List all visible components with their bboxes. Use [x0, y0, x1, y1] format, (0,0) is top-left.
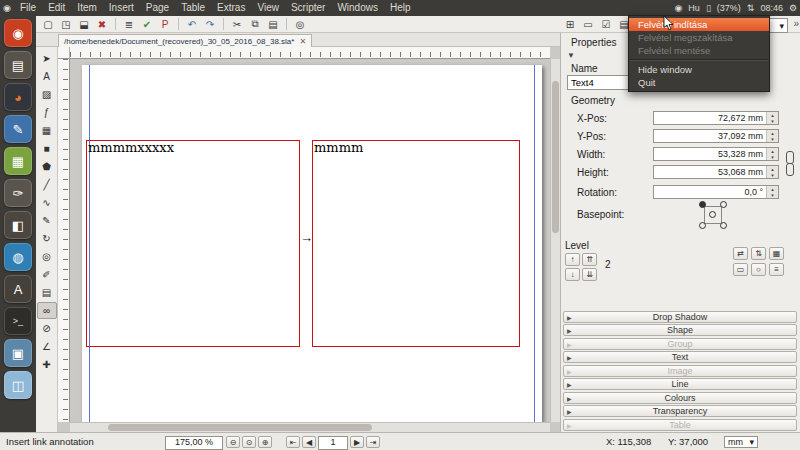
menu-windows[interactable]: Windows — [331, 0, 384, 16]
basepoint-top-right[interactable] — [720, 201, 727, 208]
flip-horizontal-button[interactable]: ⇄ — [733, 247, 748, 260]
text-frame-2[interactable]: mmmm — [312, 140, 520, 347]
spin-down-icon[interactable]: ▾ — [767, 154, 778, 160]
text-frame-1[interactable]: mmmmxxxxx — [86, 140, 300, 347]
menu-page[interactable]: Page — [140, 0, 175, 16]
clock-indicator[interactable]: 08:46 — [760, 3, 783, 13]
basepoint-top-left[interactable] — [699, 201, 706, 208]
redo-icon[interactable]: ↷ — [202, 17, 218, 31]
menu-view[interactable]: View — [251, 0, 285, 16]
section-text[interactable]: ▶ Text — [563, 351, 797, 363]
eye-dropper-tool[interactable]: ✚ — [37, 356, 57, 373]
page-number-input[interactable]: 1 — [318, 436, 348, 450]
launcher-gimp[interactable]: ✑ — [4, 179, 32, 207]
print-icon[interactable]: ≣ — [121, 17, 137, 31]
level-to-top-button[interactable]: ⇈ — [582, 253, 597, 266]
menu-scripter[interactable]: Scripter — [285, 0, 331, 16]
menu-item-quit[interactable]: Quit — [629, 76, 769, 89]
pdf-text-field-icon[interactable]: ▭ — [580, 17, 596, 31]
link-text-frames-tool[interactable]: ∞ — [37, 302, 57, 319]
undo-icon[interactable]: ↶ — [184, 17, 200, 31]
menu-insert[interactable]: Insert — [103, 0, 140, 16]
launcher-dark-app[interactable]: ◧ — [4, 211, 32, 239]
recorder-indicator-icon[interactable]: ◉ — [675, 3, 683, 13]
zoom-in-button[interactable]: ⊕ — [258, 436, 272, 448]
spin-down-icon[interactable]: ▾ — [767, 136, 778, 142]
zoom-icon[interactable]: ◎ — [292, 17, 308, 31]
launcher-ubuntu-dash[interactable]: ◉ — [4, 19, 32, 47]
spin-down-icon[interactable]: ▾ — [767, 172, 778, 178]
width-value[interactable]: 53,328 mm — [654, 148, 766, 160]
spin-down-icon[interactable]: ▾ — [767, 192, 778, 198]
launcher-pen-app[interactable]: ✎ — [4, 115, 32, 143]
insert-shape-tool[interactable]: ■ — [37, 140, 57, 157]
insert-freehand-tool[interactable]: ✎ — [37, 212, 57, 229]
insert-render-frame-tool[interactable]: ƒ — [37, 104, 57, 121]
launcher-screenshot-app[interactable]: ▣ — [4, 339, 32, 367]
xpos-spinbox[interactable]: 72,672 mm ▴▾ — [653, 111, 779, 125]
last-page-button[interactable]: ⇥ — [366, 436, 380, 448]
lock-button[interactable]: ▭ — [733, 263, 748, 276]
insert-line-tool[interactable]: ╱ — [37, 176, 57, 193]
menu-item-start-recording[interactable]: Felvétel indítása — [629, 18, 769, 31]
copy-icon[interactable]: ⧉ — [247, 17, 263, 31]
zoom-100-button[interactable]: ⊙ — [242, 436, 256, 448]
xpos-value[interactable]: 72,672 mm — [654, 112, 766, 124]
cut-icon[interactable]: ✂ — [229, 17, 245, 31]
battery-icon[interactable]: ▯ — [706, 3, 711, 13]
previous-page-button[interactable]: ◀ — [302, 436, 316, 448]
network-icon[interactable]: ⇅ — [747, 3, 755, 13]
insert-bezier-tool[interactable]: ∿ — [37, 194, 57, 211]
spin-down-icon[interactable]: ▾ — [767, 118, 778, 124]
vertical-scrollbar[interactable] — [550, 59, 560, 422]
launcher-files[interactable]: ▤ — [4, 51, 32, 79]
menu-table[interactable]: Table — [175, 0, 211, 16]
basepoint-center[interactable] — [709, 211, 716, 218]
rotation-value[interactable]: 0,0 ° — [654, 186, 766, 198]
first-page-button[interactable]: ⇤ — [286, 436, 300, 448]
close-tab-icon[interactable]: ✕ — [299, 37, 306, 46]
export-pdf-icon[interactable]: P — [157, 17, 173, 31]
select-tool[interactable]: ➤ — [37, 50, 57, 67]
launcher-libreoffice-calc[interactable]: ▦ — [4, 147, 32, 175]
new-document-icon[interactable]: ▢ — [40, 17, 56, 31]
section-line[interactable]: ▶ Line — [563, 378, 797, 390]
menu-edit[interactable]: Edit — [42, 0, 71, 16]
xyz-expand-icon[interactable]: ▼ — [567, 51, 575, 60]
pdf-push-button-icon[interactable]: ⊞ — [562, 17, 578, 31]
height-value[interactable]: 53,068 mm — [654, 166, 766, 178]
insert-text-frame-tool[interactable]: A — [37, 68, 57, 85]
measurements-tool[interactable]: ∠ — [37, 338, 57, 355]
close-document-icon[interactable]: ✖ — [94, 17, 110, 31]
launcher-globe-app[interactable]: ◍ — [4, 243, 32, 271]
toolbar-overflow-icon[interactable]: » — [793, 18, 799, 29]
menu-extras[interactable]: Extras — [211, 0, 251, 16]
unlink-text-frames-tool[interactable]: ⊘ — [37, 320, 57, 337]
pdf-checkbox-icon[interactable]: ☑ — [598, 17, 614, 31]
rotation-spinbox[interactable]: 0,0 ° ▴▾ — [653, 185, 779, 199]
rotate-item-tool[interactable]: ↻ — [37, 230, 57, 247]
section-shape[interactable]: ▶ Shape — [563, 324, 797, 336]
ypos-value[interactable]: 37,092 mm — [654, 130, 766, 142]
flip-vertical-button[interactable]: ⇅ — [751, 247, 766, 260]
insert-table-tool[interactable]: ▦ — [37, 122, 57, 139]
lock-size-button[interactable]: ○ — [751, 263, 766, 276]
launcher-terminal[interactable]: >_ — [4, 307, 32, 335]
paste-icon[interactable]: ▤ — [265, 17, 281, 31]
width-spinbox[interactable]: 53,328 mm ▴▾ — [653, 147, 779, 161]
launcher-firefox[interactable]: ◕ — [4, 83, 32, 111]
launcher-a-app[interactable]: A — [4, 275, 32, 303]
next-page-button[interactable]: ▶ — [350, 436, 364, 448]
menu-help[interactable]: Help — [384, 0, 417, 16]
lower-level-button[interactable]: ↓ — [565, 268, 580, 281]
group-button[interactable]: ▦ — [769, 247, 784, 260]
zoom-input[interactable]: 175,00 % — [165, 436, 223, 450]
basepoint-bottom-left[interactable] — [699, 222, 706, 229]
open-document-icon[interactable]: ◳ — [58, 17, 74, 31]
unit-select[interactable]: mm ▾ — [724, 436, 758, 448]
menu-file[interactable]: File — [14, 0, 42, 16]
keyboard-layout-indicator[interactable]: Hu — [688, 3, 700, 13]
menu-item[interactable]: Item — [71, 0, 102, 16]
section-colours[interactable]: ▶ Colours — [563, 392, 797, 404]
edit-contents-tool[interactable]: ✐ — [37, 266, 57, 283]
